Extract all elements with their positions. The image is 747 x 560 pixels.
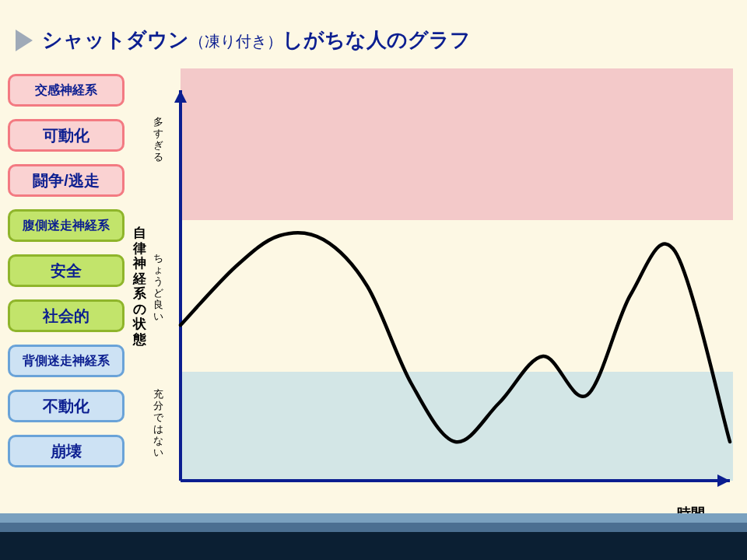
title-text: シャットダウン（凍り付き）しがちな人のグラフ <box>42 26 471 54</box>
zone-band-top <box>181 68 733 220</box>
title-sub: （凍り付き） <box>189 33 282 50</box>
legend-green-1: 安全 <box>8 254 124 287</box>
zone-label-top: 多すぎる <box>153 117 163 163</box>
legend-blue-0: 背側迷走神経系 <box>8 345 124 377</box>
legend-blue-1: 不動化 <box>8 390 124 422</box>
y-axis-title: 自律神経系の状態 <box>132 226 147 347</box>
legend-blue-2: 崩壊 <box>8 435 124 467</box>
legend-green-0: 腹側迷走神経系 <box>8 209 124 242</box>
chart-plot <box>171 68 733 492</box>
slide-title: シャットダウン（凍り付き）しがちな人のグラフ <box>16 26 471 54</box>
legend-pink-2: 闘争/逃走 <box>8 164 124 197</box>
zone-label-bottom: 充分ではない <box>153 389 163 459</box>
title-post: しがちな人のグラフ <box>282 28 471 51</box>
legend-pink-1: 可動化 <box>8 119 124 152</box>
zone-band-bottom <box>181 372 733 481</box>
footer-bar-0 <box>0 513 747 523</box>
footer-bar-1 <box>0 523 747 532</box>
footer-stripes <box>0 513 747 560</box>
zone-label-middle: ちょうど良い <box>153 253 163 323</box>
footer-bar-4 <box>0 551 747 560</box>
footer-bar-2 <box>0 532 747 541</box>
title-pre: シャットダウン <box>42 28 189 51</box>
legend-sidebar: 交感神経系 可動化 闘争/逃走 腹側迷走神経系 安全 社会的 背側迷走神経系 不… <box>8 74 124 480</box>
title-arrow-icon <box>16 30 33 51</box>
legend-green-2: 社会的 <box>8 299 124 332</box>
footer-bar-3 <box>0 541 747 551</box>
legend-pink-0: 交感神経系 <box>8 74 124 107</box>
